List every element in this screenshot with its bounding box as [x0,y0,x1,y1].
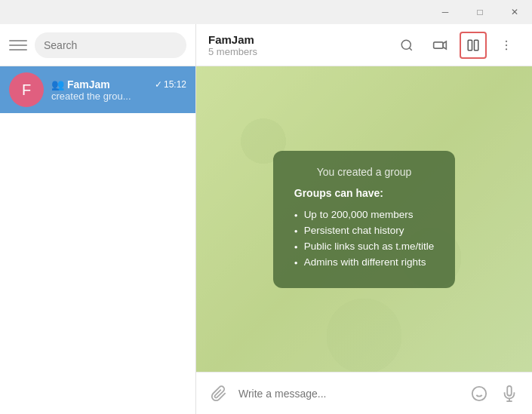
chat-time: ✓ 15:12 [155,79,186,90]
svg-point-6 [506,40,507,41]
avatar: F [9,72,44,107]
chat-list-item[interactable]: F 👥 FamJam ✓ 15:12 created the grou... [0,66,195,113]
info-card-list: Up to 200,000 members Persistent chat hi… [294,207,434,270]
chat-content: You created a group Groups can have: Up … [196,66,532,372]
minimize-button[interactable]: ─ [428,0,463,24]
emoji-button[interactable] [469,383,490,404]
svg-rect-2 [434,41,444,48]
chat-header-actions [393,32,520,59]
info-card-title: You created a group [294,166,434,178]
chat-info: 👥 FamJam ✓ 15:12 created the grou... [51,78,186,102]
video-call-button[interactable] [426,32,454,59]
search-button[interactable] [393,32,420,59]
chat-header-info: FamJam 5 members [208,33,257,57]
list-item: Persistent chat history [294,222,434,238]
columns-view-button[interactable] [460,32,487,59]
close-button[interactable]: ✕ [497,0,532,24]
main-layout: F 👥 FamJam ✓ 15:12 created the grou... [0,24,532,414]
svg-point-8 [506,48,507,50]
list-item: Public links such as t.me/title [294,238,434,254]
list-item: Admins with different rights [294,254,434,270]
info-card: You created a group Groups can have: Up … [273,151,455,288]
sidebar: F 👥 FamJam ✓ 15:12 created the grou... [0,24,196,414]
titlebar: ─ □ ✕ [0,0,532,24]
chat-header: FamJam 5 members [196,24,532,66]
mic-button[interactable] [499,383,520,404]
chat-preview: created the grou... [51,90,186,102]
svg-rect-5 [475,40,478,51]
more-options-button[interactable] [493,32,520,59]
group-icon: 👥 [51,78,64,90]
search-box[interactable] [35,32,186,58]
svg-point-9 [472,386,486,400]
maximize-button[interactable]: □ [463,0,497,24]
message-bar [196,372,532,414]
chat-header-name: FamJam [208,33,257,46]
sidebar-header [0,24,195,66]
info-card-subtitle: Groups can have: [294,187,434,199]
search-input[interactable] [44,39,177,51]
attachment-button[interactable] [208,383,229,404]
chat-panel: FamJam 5 members [196,24,532,414]
message-input[interactable] [238,388,460,400]
svg-marker-3 [443,41,446,49]
list-item: Up to 200,000 members [294,207,434,222]
svg-point-7 [506,44,507,45]
chat-header-members: 5 members [208,46,257,57]
chat-top: 👥 FamJam ✓ 15:12 [51,78,186,90]
check-icon: ✓ [155,79,162,90]
hamburger-menu[interactable] [9,36,27,54]
svg-rect-4 [468,40,472,51]
svg-point-0 [401,40,411,49]
svg-line-1 [409,48,411,50]
chat-name: 👥 FamJam [51,78,110,90]
